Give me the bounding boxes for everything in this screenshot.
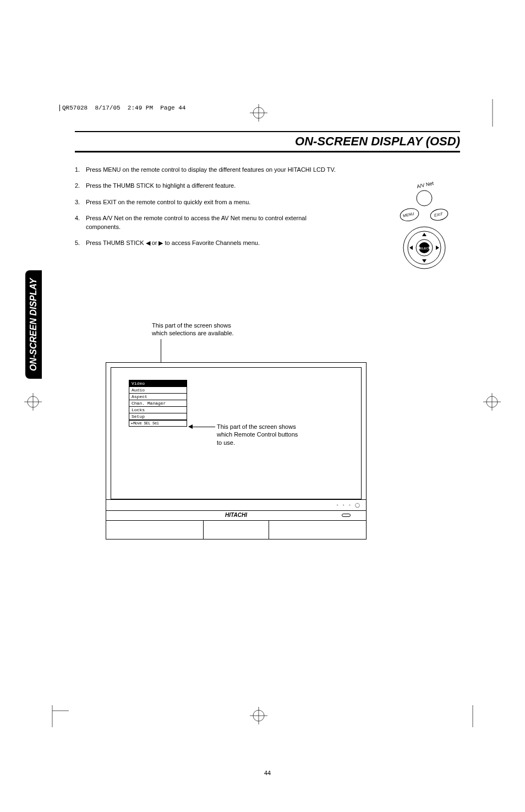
corner-crop-br — [456, 694, 489, 729]
arrow-line — [190, 427, 215, 427]
control-dots-icon: ◦ ◦ ◦ ◯ — [337, 503, 362, 508]
print-date: 8/17/05 — [95, 105, 120, 111]
svg-marker-28 — [409, 246, 413, 250]
caption-leader-line — [161, 339, 161, 362]
avnet-label: A/V Net — [416, 182, 434, 189]
osd-menu: Video Audio Aspect Chan. Manager Locks S… — [129, 380, 187, 427]
page-title: ON-SCREEN DISPLAY (OSD) — [295, 134, 460, 148]
print-page: Page 44 — [160, 105, 185, 111]
side-tab: ON-SCREEN DISPLAY — [25, 270, 42, 379]
svg-text:MENU: MENU — [402, 211, 414, 217]
title-bar: ON-SCREEN DISPLAY (OSD) — [75, 131, 460, 152]
tv-logo-bar: HITACHI — [106, 511, 367, 521]
instruction-1: 1.Press MENU on the remote control to di… — [75, 166, 460, 174]
edge-line-tr — [492, 99, 493, 127]
page-content: ON-SCREEN DISPLAY (OSD) 1.Press MENU on … — [75, 131, 460, 255]
corner-crop-bl — [36, 694, 69, 729]
osd-hint: ▸Move SEL Sel — [129, 420, 187, 427]
caption-selections: This part of the screen shows which sele… — [152, 321, 234, 337]
crop-mark-top — [248, 102, 270, 124]
svg-point-16 — [417, 190, 432, 206]
crop-mark-right — [481, 391, 503, 413]
tv-stand — [106, 521, 367, 539]
ir-sensor-icon — [342, 514, 351, 517]
svg-marker-29 — [436, 246, 439, 250]
print-header: QR57028 8/17/05 2:49 PM Page 44 — [59, 105, 185, 111]
page-number: 44 — [75, 770, 460, 776]
remote-diagram: A/V Net MENU EXIT SELECT — [383, 182, 466, 275]
print-doc: QR57028 — [62, 105, 88, 111]
svg-text:EXIT: EXIT — [434, 212, 443, 217]
crop-mark-left — [22, 391, 44, 413]
crop-mark-bottom — [248, 705, 270, 727]
osd-item-setup: Setup — [129, 413, 187, 420]
tv-screen: Video Audio Aspect Chan. Manager Locks S… — [111, 367, 362, 499]
hitachi-logo: HITACHI — [225, 512, 247, 518]
svg-marker-26 — [422, 233, 426, 236]
svg-marker-27 — [422, 259, 426, 263]
tv-diagram: Video Audio Aspect Chan. Manager Locks S… — [106, 362, 367, 539]
tv-control-bar: ◦ ◦ ◦ ◯ — [106, 500, 367, 511]
print-time: 2:49 PM — [128, 105, 153, 111]
caption-remote-buttons: This part of the screen shows which Remo… — [217, 423, 298, 446]
